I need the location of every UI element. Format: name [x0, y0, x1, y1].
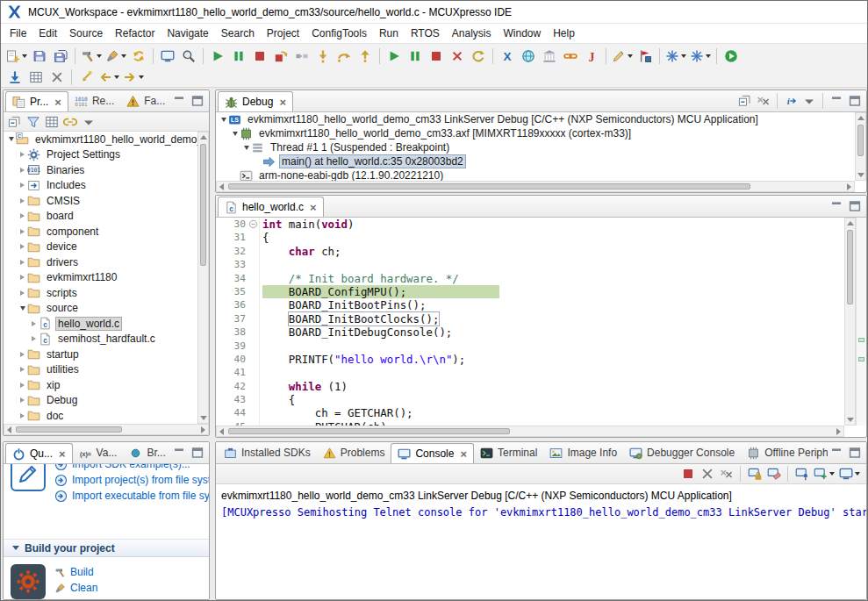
scroll-right-arrow[interactable] [201, 426, 205, 433]
code-line-41[interactable]: 41 [216, 366, 844, 379]
markers-button[interactable] [635, 47, 656, 66]
build-tile[interactable] [11, 564, 46, 599]
scroll-up-arrow[interactable] [857, 116, 864, 120]
tab-hello-world-c[interactable]: chello_world.c× [218, 197, 324, 217]
last-edit-location-button[interactable] [75, 68, 97, 86]
remove-all-terminated-button[interactable] [717, 465, 735, 483]
tree-item-semihost-hardfault-c[interactable]: csemihost_hardfault.c [4, 332, 197, 347]
code-line-32[interactable]: 32 char ch; [216, 245, 844, 258]
dropdown-arrow-icon[interactable] [855, 472, 860, 476]
tree-item-binaries[interactable]: 0101Binaries [4, 162, 197, 178]
show-full-paths-button[interactable]: i [782, 92, 800, 110]
menu-edit[interactable]: Edit [32, 25, 63, 42]
close-tab-icon[interactable]: × [310, 202, 317, 213]
restart-button[interactable] [468, 47, 489, 66]
dropdown-arrow-icon[interactable] [97, 54, 102, 58]
minimize-button[interactable] [828, 197, 845, 215]
fold-margin[interactable] [247, 326, 260, 339]
expand-arrow-icon[interactable] [18, 352, 27, 357]
disconnect-button[interactable] [291, 47, 312, 66]
code-text[interactable] [260, 340, 844, 353]
quickstart-item-import-project-s-from-file-system[interactable]: Import project(s) from file system... [54, 472, 209, 488]
line-number[interactable]: 35 [226, 285, 247, 298]
line-number[interactable]: 39 [226, 340, 247, 353]
fold-margin[interactable] [247, 272, 260, 285]
code-text[interactable]: BOARD_InitBootPins(); [260, 298, 844, 311]
line-number[interactable]: 40 [226, 353, 247, 366]
tree-item-debug[interactable]: Debug [4, 393, 197, 409]
build-button[interactable] [79, 47, 104, 66]
maximize-button[interactable] [846, 92, 864, 110]
collapse-arrow-icon[interactable] [219, 118, 228, 122]
scrollbar-thumb[interactable] [228, 428, 510, 434]
breakpoint-margin[interactable] [216, 380, 226, 393]
quick-start-debug-button[interactable] [721, 47, 742, 66]
console-output[interactable]: evkmimxrt1180_hello_world_demo_cm33 Link… [216, 484, 866, 599]
code-line-30[interactable]: 30int main(void) [216, 218, 844, 231]
step-into-button[interactable] [312, 47, 334, 66]
close-tab-icon[interactable]: × [54, 97, 61, 108]
build-section-header[interactable]: Build your project [4, 539, 209, 557]
line-number[interactable]: 37 [226, 312, 247, 326]
create-project-tile[interactable] [11, 464, 46, 491]
maximize-button[interactable] [189, 444, 206, 461]
dropdown-arrow-icon[interactable] [114, 75, 119, 79]
scroll-right-arrow[interactable] [847, 183, 851, 190]
code-line-33[interactable]: 33 [216, 258, 844, 271]
code-line-44[interactable]: 44 ch = GETCHAR(); [216, 406, 844, 419]
minimize-button[interactable] [170, 92, 188, 110]
quickstart-item-clean[interactable]: Clean [54, 580, 97, 596]
code-text[interactable]: ch = GETCHAR(); [260, 406, 844, 419]
tree-item-board[interactable]: board [4, 209, 197, 225]
tab-terminal[interactable]: Terminal [474, 442, 543, 463]
close-tab-icon[interactable]: × [59, 448, 66, 460]
tree-item-utilities[interactable]: utilities [4, 362, 197, 378]
view-menu-button[interactable] [800, 92, 818, 110]
forward-button[interactable] [121, 68, 146, 86]
view-menu-button[interactable] [80, 113, 97, 131]
minimize-button[interactable] [170, 444, 188, 461]
quickstart-item-label[interactable]: Import project(s) from file system... [72, 474, 209, 486]
breakpoint-margin[interactable] [216, 245, 226, 258]
scrollbar-thumb[interactable] [228, 183, 750, 190]
tree-item-source[interactable]: source [4, 301, 197, 317]
pin-console-button[interactable] [793, 465, 811, 483]
breakpoint-margin[interactable] [216, 326, 226, 339]
tree-item-scripts[interactable]: scripts [4, 285, 197, 301]
fold-margin[interactable] [247, 393, 260, 406]
menu-analysis[interactable]: Analysis [446, 25, 498, 42]
tree-item-project-settings[interactable]: Project Settings [4, 147, 197, 163]
tab-debug[interactable]: Debug× [218, 91, 293, 111]
code-line-36[interactable]: 36 BOARD_InitBootPins(); [216, 298, 844, 311]
scroll-right-arrow[interactable] [836, 428, 841, 435]
line-number[interactable]: 44 [226, 406, 247, 419]
scrollbar-thumb[interactable] [200, 144, 206, 266]
expand-arrow-icon[interactable] [18, 413, 27, 419]
suspend-button[interactable] [228, 47, 249, 66]
terminate-relaunch-button[interactable] [270, 47, 291, 66]
clean-button[interactable] [104, 47, 128, 66]
code-text[interactable]: char ch; [260, 245, 844, 258]
dropdown-arrow-icon[interactable] [139, 75, 144, 79]
menu-rtos[interactable]: RTOS [405, 25, 446, 42]
search-button[interactable] [178, 47, 199, 66]
collapse-all-button[interactable] [6, 113, 24, 131]
fold-margin[interactable] [247, 406, 260, 419]
tab-qu[interactable]: Qu...× [5, 443, 73, 463]
fold-margin[interactable] [247, 218, 260, 231]
fold-margin[interactable] [247, 340, 260, 353]
terminate-all-button[interactable] [426, 47, 447, 66]
tree-item-main-at-hello-world-c-35-0x28003bd2[interactable]: main() at hello_world.c:35 0x28003bd2 [216, 154, 855, 168]
line-number[interactable]: 41 [226, 366, 247, 379]
expand-arrow-icon[interactable] [18, 275, 27, 280]
expand-arrow-icon[interactable] [18, 182, 27, 188]
menu-refactor[interactable]: Refactor [109, 25, 161, 42]
fold-margin[interactable] [247, 312, 260, 326]
code-line-42[interactable]: 42 while (1) [216, 380, 844, 393]
breakpoint-margin[interactable] [216, 231, 226, 244]
line-number[interactable]: 33 [226, 258, 247, 271]
breakpoint-margin[interactable] [216, 258, 226, 271]
remove-all-terminated-button[interactable] [755, 92, 772, 110]
tree-item-evkmimxrt1180[interactable]: evkmimxrt1180 [4, 270, 197, 286]
code-text[interactable]: { [260, 393, 844, 406]
